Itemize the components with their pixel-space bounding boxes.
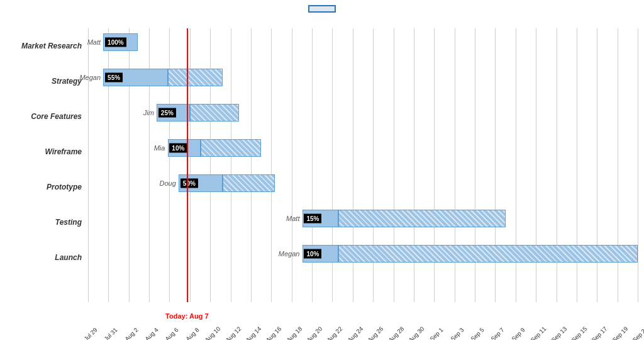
bar-hatched-4 — [223, 174, 275, 192]
bar-hatched-1 — [168, 69, 223, 86]
person-label-2: Jim — [143, 109, 154, 116]
bar-hatched-6 — [338, 245, 638, 263]
x-label-5: Aug 8 — [184, 326, 200, 340]
x-label-18: Sep 3 — [449, 326, 465, 340]
pct-badge-5: 15% — [304, 214, 321, 224]
x-label-7: Aug 12 — [224, 325, 242, 340]
today-line: Today: Aug 7 — [187, 28, 188, 302]
x-label-25: Sep 17 — [591, 325, 609, 340]
x-label-17: Sep 1 — [429, 326, 445, 340]
x-label-16: Aug 30 — [407, 325, 425, 340]
bar-hatched-2 — [190, 104, 240, 122]
pct-badge-4: 50% — [180, 179, 198, 188]
person-label-5: Matt — [286, 215, 299, 222]
pct-badge-3: 10% — [169, 144, 187, 153]
gantt-area: Matt100%Megan55%Jim25%Mia10%Doug50%Matt1… — [88, 28, 638, 302]
row-label-launch: Launch — [0, 254, 87, 261]
grid-line — [638, 28, 638, 302]
x-label-20: Sep 7 — [490, 326, 506, 340]
chart-title — [308, 5, 336, 13]
chart-container: Market ResearchStrategyCore FeaturesWire… — [0, 0, 644, 340]
x-label-27: Sep 21 — [631, 325, 644, 340]
row-label-testing: Testing — [0, 218, 87, 226]
x-label-23: Sep 13 — [550, 325, 568, 340]
person-label-1: Megan — [79, 74, 101, 81]
gantt-row-2: Jim25% — [88, 104, 638, 122]
bar-hatched-5 — [338, 210, 506, 227]
gantt-row-5: Matt15% — [88, 210, 638, 227]
pct-badge-2: 25% — [158, 108, 176, 118]
x-label-24: Sep 15 — [570, 325, 588, 340]
person-label-3: Mia — [154, 144, 165, 152]
x-label-3: Aug 4 — [143, 326, 159, 340]
row-label-core-features: Core Features — [0, 113, 87, 120]
x-label-13: Aug 24 — [346, 325, 364, 340]
gantt-row-1: Megan55% — [88, 69, 638, 86]
pct-badge-1: 55% — [105, 73, 123, 82]
gantt-row-0: Matt100% — [88, 33, 638, 51]
row-label-market-research: Market Research — [0, 42, 87, 50]
row-label-wireframe: Wireframe — [0, 148, 87, 156]
x-label-21: Sep 9 — [510, 326, 526, 340]
x-label-14: Aug 26 — [367, 325, 385, 340]
x-label-22: Sep 11 — [529, 325, 547, 340]
x-label-11: Aug 20 — [305, 325, 323, 340]
x-label-12: Aug 22 — [326, 325, 344, 340]
x-label-10: Aug 18 — [285, 325, 303, 340]
bar-hatched-3 — [201, 139, 261, 157]
gantt-row-3: Mia10% — [88, 139, 638, 157]
pct-badge-0: 100% — [105, 38, 126, 47]
person-label-4: Doug — [160, 179, 176, 187]
x-label-1: Jul 31 — [103, 326, 119, 340]
x-label-0: Jul 29 — [82, 326, 99, 340]
x-label-15: Aug 28 — [387, 325, 405, 340]
x-label-8: Aug 14 — [244, 325, 262, 340]
x-label-4: Aug 6 — [164, 326, 180, 340]
x-label-6: Aug 10 — [204, 325, 222, 340]
person-label-6: Megan — [279, 250, 300, 258]
row-label-prototype: Prototype — [0, 183, 87, 191]
x-label-9: Aug 16 — [265, 325, 283, 340]
x-label-26: Sep 19 — [611, 325, 629, 340]
row-label-strategy: Strategy — [0, 77, 87, 85]
pct-badge-6: 10% — [304, 249, 321, 259]
person-label-0: Matt — [87, 38, 101, 46]
x-label-19: Sep 5 — [469, 326, 485, 340]
gantt-row-6: Megan10% — [88, 245, 638, 263]
x-label-2: Aug 2 — [123, 326, 139, 340]
x-axis: Jul 29Jul 31Aug 2Aug 4Aug 6Aug 8Aug 10Au… — [88, 303, 638, 340]
gantt-row-4: Doug50% — [88, 174, 638, 192]
